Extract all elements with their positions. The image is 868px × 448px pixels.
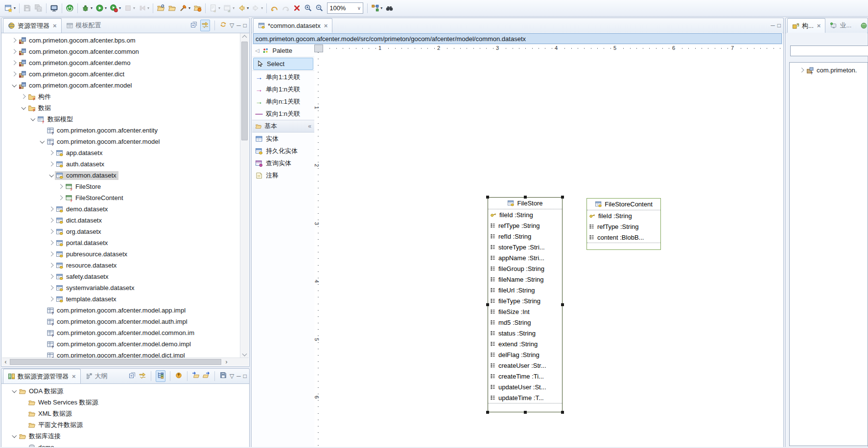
tree-item-com-primeton-gocom-afcenter-model-app-impl[interactable]: ?com.primeton.gocom.afcenter.model.app.i… [2, 305, 240, 316]
selection-handle[interactable] [561, 303, 564, 306]
explorer-vscroll-thumb[interactable] [241, 42, 248, 140]
tree-item-pubresource-datasetx[interactable]: pubresource.datasetx [2, 248, 240, 260]
entity-field-updatetime-t[interactable]: updateTime :T... [488, 392, 562, 403]
entity-field-content-blobb[interactable]: content :BlobB... [587, 232, 660, 243]
dropdown-arrow-icon[interactable]: ▾ [119, 6, 121, 10]
dropdown-arrow-icon[interactable]: ▾ [91, 6, 93, 10]
tree-item-systemvariable-datasetx[interactable]: systemvariable.datasetx [2, 282, 240, 293]
chevron-down-icon[interactable] [11, 388, 18, 395]
zoom-out-button[interactable] [314, 2, 325, 15]
dropdown-arrow-icon[interactable]: ▾ [188, 6, 190, 10]
start-server-button[interactable] [64, 2, 75, 15]
redo-button[interactable] [280, 2, 291, 15]
scroll-down-icon[interactable] [240, 351, 249, 358]
tree-item-resource-datasetx[interactable]: resource.datasetx [2, 260, 240, 271]
palette-tool-select[interactable]: Select [253, 58, 313, 70]
save-profile-button[interactable] [219, 371, 227, 381]
import-profile-button[interactable] [192, 371, 200, 381]
tree-item-demo-datasetx[interactable]: demo.datasetx [2, 203, 240, 215]
entity-title[interactable]: FileStore [488, 198, 562, 209]
palette-collapse-icon[interactable]: ◁ [255, 47, 259, 54]
entity-field-reftype-string[interactable]: refType :String [587, 221, 660, 232]
tree-item-portal-datasetx[interactable]: portal.datasetx [2, 237, 240, 248]
tree-item-dict-datasetx[interactable]: dict.datasetx [2, 215, 240, 226]
minimize-button[interactable]: ─ [236, 373, 241, 380]
export-profile-button[interactable] [202, 371, 210, 381]
palette-tool-1-n[interactable]: —双向1:n关联 [252, 108, 314, 120]
tab-item-0[interactable]: 构...× [787, 18, 825, 33]
dropdown-arrow-icon[interactable]: ▾ [380, 6, 382, 10]
open-resource-button[interactable] [155, 2, 166, 15]
entity-field-extend-string[interactable]: extend :String [488, 338, 562, 349]
chevron-right-icon[interactable] [48, 285, 55, 291]
minimize-button[interactable]: ─ [771, 22, 775, 29]
dropdown-arrow-icon[interactable]: ▾ [133, 6, 135, 10]
entity-field-filegroup-string[interactable]: fileGroup :String [488, 263, 562, 274]
tree-item-com-primeton-gocom-afcenter-model-common-im[interactable]: ?com.primeton.gocom.afcenter.model.commo… [2, 327, 240, 338]
chevron-right-icon[interactable] [11, 48, 18, 55]
entity-field-storetype-stri[interactable]: storeType :Stri... [488, 242, 562, 252]
palette-item-item-3[interactable]: 注释 [252, 169, 314, 181]
chevron-right-icon[interactable] [48, 206, 55, 213]
dropdown-arrow-icon[interactable]: ▾ [147, 6, 149, 10]
entity-field-status-string[interactable]: status :String [488, 328, 562, 338]
palette-tool-1-n[interactable]: →单向1:n关联 [252, 83, 314, 95]
link-with-editor-button[interactable] [200, 20, 210, 31]
deploy-button[interactable]: ▾ [178, 2, 192, 15]
diagram-canvas[interactable]: FileStorefileId :StringrefType :Stringre… [323, 52, 783, 447]
entity-title[interactable]: FileStoreContent [587, 199, 660, 210]
palette-item-item-2[interactable]: 查询实体 [252, 157, 314, 169]
dropdown-arrow-icon[interactable]: ▾ [218, 6, 220, 10]
palette-header[interactable]: ◁Palette [252, 45, 314, 57]
chevron-down-icon[interactable] [11, 433, 18, 440]
selection-handle[interactable] [561, 411, 564, 414]
tree-item-com-primeton-gocom-afcenter-model-auth-impl[interactable]: ?com.primeton.gocom.afcenter.model.auth.… [2, 316, 240, 327]
breadcrumb[interactable]: com.primeton.gocom.afcenter.model/src/co… [253, 33, 782, 44]
filter-input[interactable] [790, 45, 868, 56]
tree-mode-button[interactable] [156, 370, 165, 382]
chevron-down-icon[interactable] [39, 138, 46, 145]
run-button[interactable]: ▾ [94, 2, 108, 15]
run-config-button[interactable]: ▾ [108, 2, 122, 15]
stop-button[interactable]: ▾ [122, 2, 137, 15]
connect-wizard-button[interactable] [175, 371, 183, 381]
open-console-button[interactable] [48, 2, 60, 15]
selection-handle[interactable] [561, 196, 564, 199]
chevron-right-icon[interactable] [48, 161, 55, 168]
tree-item-safety-datasetx[interactable]: safety.datasetx [2, 271, 240, 282]
chevron-right-icon[interactable] [57, 183, 64, 190]
open-folder-button[interactable] [166, 2, 178, 15]
maximize-button[interactable]: □ [243, 22, 247, 29]
dropdown-arrow-icon[interactable]: ▾ [105, 6, 107, 10]
resume-button[interactable]: ▾ [137, 2, 151, 15]
chevron-right-icon[interactable] [48, 240, 55, 246]
entity-field-appname-stri[interactable]: appName :Stri... [488, 252, 562, 263]
tree-item-app-datasetx[interactable]: app.datasetx [2, 147, 240, 158]
palette-item-item-1[interactable]: 持久化实体 [252, 145, 314, 157]
save-button[interactable] [22, 2, 33, 15]
close-icon[interactable]: × [72, 373, 76, 380]
tree-item-com-primeton-gocom-afcenter-common[interactable]: com.primeton.gocom.afcenter.common [2, 46, 240, 57]
entity-field-refid-string[interactable]: refId :String [488, 231, 562, 242]
selection-handle[interactable] [524, 196, 527, 199]
tab-item-0[interactable]: 资源管理器× [3, 18, 62, 33]
view-menu-button[interactable]: ▽ [230, 22, 234, 29]
entity-field-updateuser-st[interactable]: updateUser :St... [488, 381, 562, 392]
chevron-right-icon[interactable] [48, 262, 55, 269]
chevron-right-icon[interactable] [48, 150, 55, 157]
tree-item-template-datasetx[interactable]: template.datasetx [2, 293, 240, 305]
tree-item-common-datasetx[interactable]: common.datasetx [2, 170, 240, 181]
last-edit-button[interactable]: ▾ [208, 2, 222, 15]
explorer-hscroll-thumb[interactable] [10, 359, 221, 365]
tree-item-com-primeton-gocom-afcenter-entity[interactable]: ?com.primeton.gocom.afcenter.entity [2, 125, 240, 136]
entity-field-createtime-ti[interactable]: createTime :Ti... [488, 371, 562, 381]
tree-item-demo[interactable]: demo [2, 442, 249, 447]
entity-field-reftype-string[interactable]: refType :String [488, 220, 562, 231]
chevron-right-icon[interactable] [48, 251, 55, 258]
chevron-down-icon[interactable] [20, 105, 27, 112]
zoom-in-button[interactable] [303, 2, 314, 15]
tree-item-com-primeton-gocom-afcenter-model-dict-impl[interactable]: ?com.primeton.gocom.afcenter.model.dict.… [2, 350, 240, 358]
tree-item-com-primeton-gocom-afcenter-model-demo-impl[interactable]: ?com.primeton.gocom.afcenter.model.demo.… [2, 338, 240, 350]
tab-item-2[interactable] [856, 18, 868, 33]
tree-item-item-7[interactable]: ?数据模型 [2, 113, 240, 125]
